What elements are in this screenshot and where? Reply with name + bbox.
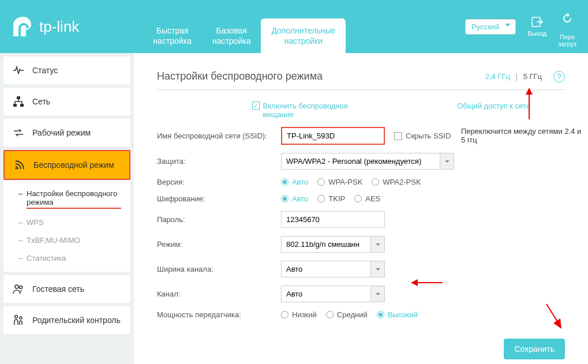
network-icon <box>13 96 24 107</box>
guest-icon <box>13 283 24 295</box>
network-share-link[interactable]: Общий доступ к сети <box>457 102 530 110</box>
help-icon[interactable]: ? <box>553 71 565 82</box>
txpower-label: Мощность передатчика: <box>157 310 281 319</box>
sidebar-item-parental[interactable]: Родительский контроль <box>3 306 130 334</box>
hide-ssid-checkbox[interactable]: Скрыть SSID <box>394 132 451 140</box>
header: tp-link Быстрая настройка Базовая настро… <box>0 0 588 53</box>
enc-aes-radio[interactable]: AES <box>354 194 380 203</box>
brand-logo: tp-link <box>12 15 79 38</box>
security-label: Защита: <box>157 157 281 166</box>
enc-auto-radio[interactable]: Авто <box>281 194 308 203</box>
content: Настройки беспроводного режима 2,4 ГГц |… <box>134 53 588 364</box>
version-auto-radio[interactable]: Авто <box>281 178 308 186</box>
pulse-icon <box>13 65 24 76</box>
page-title: Настройки беспроводного режима <box>157 70 323 82</box>
svg-rect-2 <box>13 104 17 107</box>
ssid-label: Имя беспроводной сети (SSID): <box>157 132 281 140</box>
channel-select[interactable]: Авто <box>281 286 385 302</box>
mode-select[interactable]: 802.11b/g/n смешанн <box>281 236 385 253</box>
sub-wireless-settings[interactable]: Настройки беспроводного режима <box>3 185 130 213</box>
password-input[interactable] <box>281 211 385 228</box>
language-select[interactable]: Русский <box>465 19 516 35</box>
version-wpa2-radio[interactable]: WPA2-PSK <box>372 178 421 186</box>
svg-point-4 <box>16 168 17 170</box>
parental-icon <box>13 314 24 326</box>
sidebar-item-status[interactable]: Статус <box>3 57 130 84</box>
wifi-icon <box>14 159 25 171</box>
sidebar-item-guest[interactable]: Гостевая сеть <box>3 275 130 303</box>
chevron-down-icon <box>370 237 384 252</box>
svg-rect-3 <box>20 104 24 107</box>
svg-point-5 <box>15 285 18 288</box>
tab-advanced[interactable]: Дополнительные настройки <box>261 18 346 53</box>
password-label: Пароль: <box>157 215 281 224</box>
svg-marker-14 <box>553 318 561 329</box>
tab-basic[interactable]: Базовая настройка <box>202 18 261 53</box>
band-switch: 2,4 ГГц | 5 ГГц <box>485 72 542 81</box>
svg-point-6 <box>20 286 23 289</box>
reboot-icon <box>561 13 574 24</box>
logout-button[interactable]: Выход <box>527 16 546 37</box>
encryption-label: Шифрование: <box>157 194 281 203</box>
save-button[interactable]: Сохранить <box>504 339 565 359</box>
sidebar-item-wireless[interactable]: Беспроводной режим <box>3 150 130 180</box>
tplink-logo-icon <box>12 15 35 38</box>
chevron-down-icon <box>370 261 384 277</box>
svg-point-7 <box>15 316 18 318</box>
page-title-row: Настройки беспроводного режима 2,4 ГГц |… <box>157 70 565 90</box>
txpower-high-radio[interactable]: Высокий <box>377 310 418 319</box>
band-5[interactable]: 5 ГГц <box>523 72 542 81</box>
checkbox-empty-icon <box>394 132 402 140</box>
ssid-input[interactable] <box>281 127 385 145</box>
sidebar-item-network[interactable]: Сеть <box>3 88 130 115</box>
sidebar-item-opmode[interactable]: Рабочий режим <box>3 119 130 147</box>
opmode-icon <box>13 127 24 138</box>
svg-point-8 <box>20 317 22 319</box>
nav-tabs: Быстрая настройка Базовая настройка Допо… <box>143 0 346 53</box>
svg-rect-1 <box>17 96 20 99</box>
version-label: Версия: <box>157 178 281 186</box>
brand-text: tp-link <box>39 18 79 36</box>
logout-icon <box>531 16 544 28</box>
channel-label: Канал: <box>157 290 281 298</box>
sub-txbf[interactable]: TxBF,MU-MIMO <box>3 231 130 249</box>
chevron-down-icon <box>370 286 384 302</box>
width-label: Ширина канала: <box>157 265 281 273</box>
band-24[interactable]: 2,4 ГГц <box>485 72 510 81</box>
sub-stats[interactable]: Статистика <box>3 249 130 267</box>
enc-tkip-radio[interactable]: TKIP <box>317 194 345 203</box>
tab-quick-setup[interactable]: Быстрая настройка <box>143 18 202 53</box>
reboot-button[interactable]: Пере загруз <box>558 6 576 47</box>
version-wpa-radio[interactable]: WPA-PSK <box>317 178 362 186</box>
sub-wps[interactable]: WPS <box>3 213 130 231</box>
sidebar: Статус Сеть Рабочий режим Беспроводной р… <box>0 53 134 364</box>
channel-width-select[interactable]: Авто <box>281 261 385 277</box>
wireless-submenu: Настройки беспроводного режима WPS TxBF,… <box>3 180 130 272</box>
checkbox-checked-icon: ✓ <box>252 102 260 110</box>
mode-label: Режим: <box>157 240 281 249</box>
txpower-mid-radio[interactable]: Средний <box>326 310 368 319</box>
txpower-low-radio[interactable]: Низкий <box>281 310 317 319</box>
enable-radio-checkbox[interactable]: ✓ Включить беспроводное вещание <box>252 102 368 119</box>
security-select[interactable]: WPA/WPA2 - Personal (рекомендуется) <box>281 153 454 170</box>
chevron-down-icon <box>440 153 454 169</box>
